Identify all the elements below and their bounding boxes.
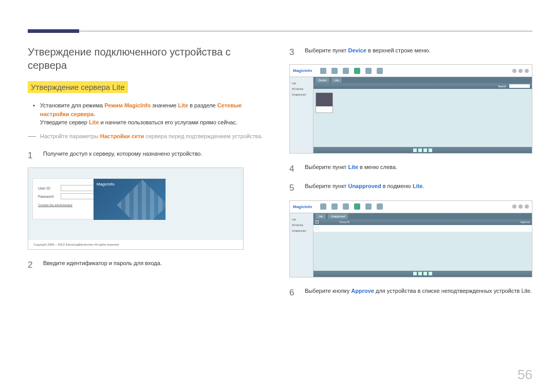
device-nav-icon[interactable] — [354, 68, 360, 74]
nav-icon[interactable] — [331, 68, 338, 74]
status-dot — [519, 204, 523, 209]
login-screenshot: MagicInfo User ID Login Password Sign Up… — [28, 167, 244, 250]
step-4: 4 Выберите пункт Lite в меню слева. — [289, 162, 532, 176]
checkbox[interactable] — [316, 220, 319, 223]
step-text: Выберите пункт Lite в меню слева. — [305, 162, 532, 176]
sidebar-item[interactable]: Unapproved — [292, 93, 311, 96]
note-dash-icon: ― — [28, 132, 36, 141]
section-title: Утверждение сервера Lite — [28, 81, 128, 93]
shot-toolbar: MagicInfo — [290, 201, 532, 213]
brand-label: MagicInfo — [293, 204, 312, 209]
pager-btn[interactable] — [423, 272, 427, 275]
nav-icon[interactable] — [343, 68, 349, 74]
pager-btn[interactable] — [418, 272, 422, 275]
tab[interactable]: Unapproved — [328, 214, 348, 219]
step-1: 1 Получите доступ к серверу, которому на… — [28, 148, 271, 162]
sidebar-item[interactable]: Lite — [292, 82, 311, 85]
unapproved-screenshot: MagicInfo Lite All Device Unapproved Lit… — [289, 200, 532, 277]
table-row[interactable] — [313, 225, 532, 232]
status-dot — [525, 69, 529, 73]
status-dot — [512, 204, 516, 209]
col-header: Group ID — [339, 220, 349, 223]
subheader-bar: Search — [313, 83, 532, 89]
sidebar-item[interactable]: All Device — [292, 87, 311, 90]
nav-icon[interactable] — [320, 203, 326, 210]
nav-icon[interactable] — [343, 203, 349, 210]
login-brand-panel: MagicInfo — [94, 179, 165, 220]
step-text: Введите идентификатор и пароль для входа… — [43, 258, 271, 272]
step-number: 6 — [289, 286, 298, 300]
row-checkbox[interactable] — [316, 227, 319, 230]
device-nav-icon[interactable] — [354, 203, 360, 210]
sidebar-item[interactable]: Unapproved — [292, 229, 311, 232]
step-3: 3 Выберите пункт Device в верхней строке… — [289, 45, 532, 59]
nav-icon[interactable] — [365, 68, 372, 74]
status-dot — [525, 204, 529, 209]
col-header: Approve — [520, 220, 530, 223]
pager-btn[interactable] — [429, 272, 432, 275]
step-number: 2 — [28, 258, 36, 272]
step-number: 4 — [289, 162, 298, 176]
page-number: 56 — [517, 367, 532, 383]
pager-bar — [313, 147, 532, 153]
shot-sidebar: Lite All Device Unapproved — [290, 213, 313, 277]
status-dot — [512, 69, 516, 73]
userid-label: User ID — [38, 186, 58, 190]
search-label: Search — [498, 85, 506, 88]
step-text: Выберите пункт Unapproved в подменю Lite… — [305, 181, 532, 195]
step-2: 2 Введите идентификатор и пароль для вхо… — [28, 258, 271, 272]
step-text: Получите доступ к серверу, которому назн… — [43, 148, 271, 162]
search-input[interactable] — [509, 84, 530, 88]
nav-icon[interactable] — [377, 68, 383, 74]
tab-bar: Device Lite — [313, 77, 532, 83]
nav-icon[interactable] — [377, 203, 383, 210]
tab-bar: Lite Unapproved — [313, 213, 532, 219]
bullet-item: • Установите для режима Режим MagicInfo … — [33, 101, 271, 127]
brand-diamond-art — [117, 180, 165, 220]
right-column: 3 Выберите пункт Device в верхней строке… — [289, 45, 532, 305]
step-text: Выберите пункт Device в верхней строке м… — [305, 45, 532, 59]
step-5: 5 Выберите пункт Unapproved в подменю Li… — [289, 181, 532, 195]
header-rule — [28, 31, 532, 31]
table-header-bar: Group ID Approve — [313, 219, 532, 225]
pager-btn[interactable] — [418, 148, 422, 152]
shot-toolbar: MagicInfo — [290, 65, 532, 77]
left-column: Утверждение подключенного устройства с с… — [28, 45, 271, 305]
pager-btn[interactable] — [413, 272, 417, 275]
toolbar-icons — [320, 203, 383, 210]
sidebar-item[interactable]: Lite — [292, 218, 311, 221]
status-dot — [519, 69, 523, 73]
bullet-dot: • — [33, 101, 35, 127]
brand-label: MagicInfo — [97, 182, 115, 186]
pager-btn[interactable] — [429, 148, 432, 152]
toolbar-icons — [320, 68, 383, 74]
tab[interactable]: Device — [316, 78, 329, 83]
note-text: Настройте параметры Настройки сети серве… — [40, 132, 271, 141]
page-title: Утверждение подключенного устройства с с… — [28, 45, 271, 72]
step-number: 1 — [28, 148, 36, 162]
step-number: 3 — [289, 45, 298, 59]
step-6: 6 Выберите кнопку Approve для устройства… — [289, 286, 532, 300]
device-card[interactable] — [316, 92, 333, 113]
bullet-text: Установите для режима Режим MagicInfo зн… — [40, 101, 271, 127]
step-text: Выберите кнопку Approve для устройства в… — [305, 286, 532, 300]
step-number: 5 — [289, 181, 298, 195]
copyright-text: Copyright 2009 – 2013 SamsungElectronics… — [28, 240, 243, 249]
nav-icon[interactable] — [320, 68, 326, 74]
pager-bar — [313, 271, 532, 277]
shot-sidebar: Lite All Device Unapproved — [290, 77, 313, 153]
pager-btn[interactable] — [413, 148, 417, 152]
tab[interactable]: Lite — [316, 214, 326, 219]
tab[interactable]: Lite — [331, 78, 342, 83]
nav-icon[interactable] — [331, 203, 338, 210]
device-screenshot: MagicInfo Lite All Device Unapproved Dev… — [289, 64, 532, 154]
note: ― Настройте параметры Настройки сети сер… — [28, 132, 271, 141]
brand-label: MagicInfo — [293, 68, 312, 73]
sidebar-item[interactable]: All Device — [292, 223, 311, 227]
password-label: Password — [38, 195, 58, 198]
nav-icon[interactable] — [365, 203, 372, 210]
pager-btn[interactable] — [423, 148, 427, 152]
